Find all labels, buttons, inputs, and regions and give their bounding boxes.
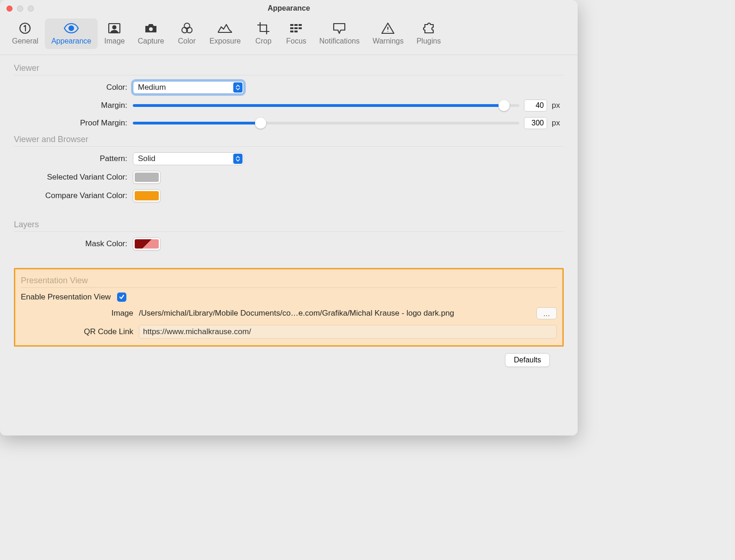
slider-thumb[interactable] bbox=[255, 118, 266, 129]
tab-label: Plugins bbox=[417, 37, 441, 45]
mask-color-well[interactable] bbox=[133, 237, 161, 250]
tab-plugins[interactable]: Plugins bbox=[410, 19, 447, 49]
section-viewer-browser-title: Viewer and Browser bbox=[14, 135, 564, 147]
chat-icon bbox=[331, 22, 347, 34]
margin-unit: px bbox=[552, 101, 564, 110]
tab-label: Focus bbox=[286, 37, 306, 45]
tab-warnings[interactable]: Warnings bbox=[366, 19, 410, 49]
warning-icon bbox=[380, 22, 396, 34]
tab-label: Capture bbox=[138, 37, 164, 45]
viewer-color-label: Color: bbox=[14, 83, 133, 92]
tab-color[interactable]: Color bbox=[171, 19, 203, 49]
compare-variant-color-label: Compare Variant Color: bbox=[14, 191, 133, 200]
svg-point-1 bbox=[69, 26, 74, 31]
svg-rect-12 bbox=[294, 27, 298, 29]
pattern-select[interactable]: Solid bbox=[133, 152, 244, 165]
titlebar: Appearance bbox=[0, 0, 578, 17]
svg-rect-10 bbox=[299, 24, 302, 26]
camera-icon bbox=[143, 22, 159, 34]
preferences-toolbar: General Appearance Image Capture bbox=[0, 17, 578, 55]
window-title: Appearance bbox=[0, 4, 578, 12]
tab-general[interactable]: General bbox=[6, 19, 45, 49]
tab-capture[interactable]: Capture bbox=[131, 19, 171, 49]
preferences-window: Appearance General Appearance Image bbox=[0, 0, 578, 436]
tab-focus[interactable]: Focus bbox=[280, 19, 313, 49]
tab-image[interactable]: Image bbox=[98, 19, 131, 49]
rings-icon bbox=[179, 22, 195, 34]
crop-icon bbox=[255, 22, 271, 34]
enable-presentation-label: Enable Presentation View bbox=[21, 292, 117, 302]
tab-notifications[interactable]: Notifications bbox=[313, 19, 366, 49]
presentation-image-label: Image bbox=[21, 309, 139, 318]
margin-label: Margin: bbox=[14, 101, 133, 110]
qr-code-link-input[interactable] bbox=[139, 325, 557, 339]
tab-label: General bbox=[12, 37, 38, 45]
svg-rect-13 bbox=[299, 27, 302, 29]
presentation-image-path: /Users/michal/Library/Mobile Documents/c… bbox=[139, 309, 528, 318]
tab-label: Crop bbox=[255, 37, 272, 45]
viewer-color-select[interactable]: Medium bbox=[133, 81, 244, 94]
selected-variant-color-label: Selected Variant Color: bbox=[14, 173, 133, 182]
color-swatch bbox=[135, 191, 159, 200]
one-circle-icon bbox=[17, 22, 33, 34]
histogram-icon bbox=[217, 22, 233, 34]
eye-icon bbox=[63, 22, 79, 34]
portrait-icon bbox=[106, 22, 122, 34]
tab-appearance[interactable]: Appearance bbox=[45, 19, 98, 49]
selected-variant-color-well[interactable] bbox=[133, 171, 161, 184]
tab-label: Notifications bbox=[319, 37, 360, 45]
svg-point-3 bbox=[113, 26, 116, 29]
section-viewer-title: Viewer bbox=[14, 63, 564, 75]
svg-rect-15 bbox=[294, 31, 298, 32]
proof-margin-label: Proof Margin: bbox=[14, 118, 133, 128]
svg-rect-14 bbox=[290, 31, 293, 32]
preferences-body: Viewer Color: Medium Margin: px bbox=[0, 55, 578, 374]
section-layers-title: Layers bbox=[14, 220, 564, 232]
tab-label: Image bbox=[104, 37, 125, 45]
defaults-button[interactable]: Defaults bbox=[505, 353, 550, 367]
select-arrows-icon bbox=[233, 154, 243, 164]
select-value: Medium bbox=[138, 83, 166, 92]
color-swatch bbox=[135, 173, 159, 182]
grid-icon bbox=[288, 22, 304, 34]
tab-crop[interactable]: Crop bbox=[247, 19, 280, 49]
puzzle-icon bbox=[421, 22, 436, 34]
svg-rect-11 bbox=[290, 27, 293, 29]
tab-label: Appearance bbox=[51, 37, 91, 45]
tab-exposure[interactable]: Exposure bbox=[203, 19, 248, 49]
qr-code-link-label: QR Code Link bbox=[21, 327, 139, 336]
browse-image-button[interactable]: … bbox=[536, 307, 557, 319]
slider-thumb[interactable] bbox=[498, 100, 510, 111]
tab-label: Color bbox=[178, 37, 195, 45]
color-swatch bbox=[135, 239, 159, 249]
margin-slider[interactable] bbox=[133, 104, 519, 107]
section-presentation-title: Presentation View bbox=[21, 276, 557, 288]
tab-label: Warnings bbox=[373, 37, 404, 45]
tab-label: Exposure bbox=[210, 37, 241, 45]
proof-margin-slider[interactable] bbox=[133, 122, 519, 124]
select-value: Solid bbox=[138, 154, 156, 163]
proof-margin-value-input[interactable] bbox=[524, 117, 547, 129]
compare-variant-color-well[interactable] bbox=[133, 189, 161, 202]
select-arrows-icon bbox=[233, 82, 243, 93]
presentation-view-highlight: Presentation View Enable Presentation Vi… bbox=[14, 268, 564, 347]
svg-point-4 bbox=[149, 27, 153, 31]
mask-color-label: Mask Color: bbox=[14, 239, 133, 249]
pattern-label: Pattern: bbox=[14, 154, 133, 163]
margin-value-input[interactable] bbox=[524, 100, 547, 112]
enable-presentation-checkbox[interactable] bbox=[117, 292, 126, 302]
proof-margin-unit: px bbox=[552, 118, 564, 128]
svg-rect-8 bbox=[290, 24, 293, 26]
svg-rect-9 bbox=[294, 24, 298, 26]
